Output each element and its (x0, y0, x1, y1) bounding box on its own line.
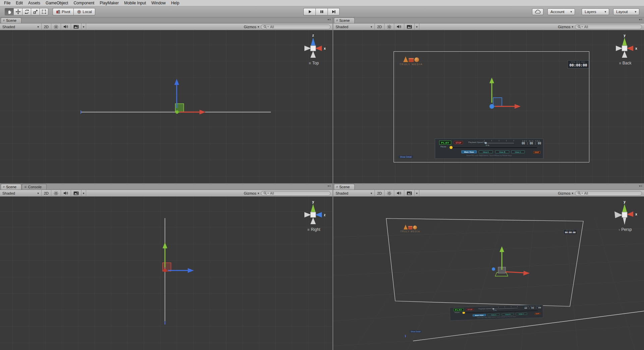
gizmos-dropdown[interactable]: Gizmos ▾ (241, 23, 261, 30)
axis-cone-right[interactable] (627, 46, 633, 51)
axis-arrow-x[interactable] (199, 110, 206, 114)
rotate-tool-button[interactable] (22, 8, 31, 15)
axis-cone-left[interactable] (614, 211, 623, 218)
layers-dropdown[interactable]: Layers ▾ (582, 8, 609, 15)
step-button[interactable] (328, 8, 340, 15)
axis-cone-left[interactable] (304, 46, 311, 51)
menu-component[interactable]: Component (71, 0, 97, 6)
move-tool-button[interactable] (13, 8, 22, 15)
axis-cone-down[interactable] (623, 217, 626, 225)
axis-cone-left[interactable] (304, 212, 311, 217)
panel-menu-icon[interactable]: ▾≡ (328, 185, 331, 188)
scene-canvas[interactable] (0, 30, 333, 183)
tab-scene[interactable]: # Scene (334, 184, 355, 190)
panel-menu-icon[interactable]: ▾≡ (328, 18, 331, 21)
lighting-toggle[interactable] (51, 23, 61, 30)
effects-toggle[interactable] (71, 23, 81, 30)
origin-handle[interactable] (175, 110, 179, 114)
local-button[interactable]: Local (73, 8, 96, 15)
scene-canvas[interactable] (0, 197, 333, 350)
2d-toggle[interactable]: 2D (375, 23, 385, 30)
axis-cone-up[interactable] (622, 38, 627, 46)
effects-dropdown[interactable]: ▾ (415, 23, 419, 30)
gizmos-dropdown[interactable]: Gizmos ▾ (555, 23, 575, 30)
axis-cone-down[interactable] (310, 51, 316, 58)
layout-dropdown[interactable]: Layout ▾ (613, 8, 639, 15)
tab-scene[interactable]: # Scene (334, 17, 355, 23)
view-label[interactable]: ≡ Back (612, 61, 639, 65)
menu-window[interactable]: Window (149, 0, 169, 6)
2d-toggle[interactable]: 2D (42, 190, 51, 197)
pivot-button[interactable]: Pivot (53, 8, 73, 15)
axis-arrow-z[interactable] (188, 268, 194, 273)
scale-tool-button[interactable] (31, 8, 40, 15)
tab-scene[interactable]: # Scene (1, 184, 21, 190)
menu-gameobject[interactable]: GameObject (43, 0, 71, 6)
search-input[interactable]: ▾ All (261, 191, 331, 196)
menu-mobile-input[interactable]: Mobile Input (121, 0, 149, 6)
shading-dropdown[interactable]: Shaded ▾ (0, 23, 42, 30)
tab-console[interactable]: ≣ Console (22, 184, 47, 190)
effects-dropdown[interactable]: ▾ (415, 190, 419, 197)
menu-help[interactable]: Help (168, 0, 182, 6)
audio-toggle[interactable] (394, 190, 404, 197)
effects-toggle[interactable] (71, 190, 81, 197)
axis-cone-left[interactable] (616, 46, 623, 51)
orientation-gizmo[interactable]: y x ‹ Persp (612, 199, 639, 232)
menu-playmaker[interactable]: PlayMaker (97, 0, 121, 6)
effects-dropdown[interactable]: ▾ (81, 190, 86, 197)
axis-arrow-z[interactable] (174, 79, 179, 85)
2d-toggle[interactable]: 2D (375, 190, 385, 197)
scene-view-top[interactable]: z x ≡ Top (0, 30, 333, 183)
orientation-gizmo[interactable]: y z ≡ Right (300, 199, 327, 232)
lighting-toggle[interactable] (51, 190, 61, 197)
rect-tool-button[interactable] (40, 8, 48, 15)
view-label[interactable]: ‹ Persp (612, 227, 639, 232)
gizmo-center-cube[interactable] (310, 46, 316, 51)
hand-tool-button[interactable] (5, 8, 13, 15)
gizmos-dropdown[interactable]: Gizmos ▾ (241, 190, 261, 197)
axis-cone-up[interactable] (311, 38, 315, 46)
menu-file[interactable]: File (1, 0, 13, 6)
audio-toggle[interactable] (61, 190, 71, 197)
gizmos-dropdown[interactable]: Gizmos ▾ (555, 190, 575, 197)
origin-handle[interactable] (492, 267, 495, 271)
shading-dropdown[interactable]: Shaded ▾ (0, 190, 42, 197)
search-input[interactable]: ▾ All (575, 24, 642, 29)
search-input[interactable]: ▾ All (575, 191, 642, 196)
axis-cone-down[interactable] (622, 51, 627, 58)
origin-handle[interactable] (163, 269, 167, 272)
gizmo-center-cube[interactable] (622, 46, 627, 51)
effects-dropdown[interactable]: ▾ (81, 23, 86, 30)
orientation-gizmo[interactable]: z x ≡ Top (300, 33, 327, 65)
axis-cone-up[interactable] (622, 204, 627, 212)
scene-view-right[interactable]: y z ≡ Right (0, 197, 333, 350)
menu-edit[interactable]: Edit (13, 0, 25, 6)
tab-scene[interactable]: # Scene (1, 17, 21, 23)
gizmo-center-cube[interactable] (310, 212, 316, 217)
search-input[interactable]: ▾ All (261, 24, 331, 29)
scene-view-persp[interactable]: TRULY MEDIA HRS MIN SEC 00:00:00 PLAY Pa… (333, 197, 644, 350)
view-label[interactable]: ≡ Right (300, 227, 327, 232)
orientation-gizmo[interactable]: y x ≡ Back (612, 33, 639, 65)
effects-toggle[interactable] (404, 190, 415, 197)
axis-cone-down[interactable] (310, 217, 316, 224)
lighting-toggle[interactable] (385, 190, 394, 197)
panel-menu-icon[interactable]: ▾≡ (639, 18, 643, 21)
panel-menu-icon[interactable]: ▾≡ (639, 185, 643, 188)
play-button[interactable] (303, 8, 315, 15)
menu-assets[interactable]: Assets (25, 0, 43, 6)
cloud-button[interactable] (532, 8, 543, 15)
2d-toggle[interactable]: 2D (42, 23, 51, 30)
view-label[interactable]: ≡ Top (300, 61, 327, 65)
axis-cone-right[interactable] (315, 46, 322, 51)
axis-cone-right[interactable] (627, 211, 633, 217)
effects-toggle[interactable] (404, 23, 415, 30)
audio-toggle[interactable] (61, 23, 71, 30)
pause-button[interactable] (315, 8, 328, 15)
gizmo-center-cube[interactable] (622, 212, 627, 217)
axis-arrow-y[interactable] (163, 242, 167, 248)
scene-view-back[interactable]: TRULY MEDIA HRS MIN SEC 00:00:00 PLAY Pa… (333, 30, 644, 183)
axis-cone-up[interactable] (311, 204, 315, 212)
scene-canvas[interactable] (333, 197, 644, 350)
